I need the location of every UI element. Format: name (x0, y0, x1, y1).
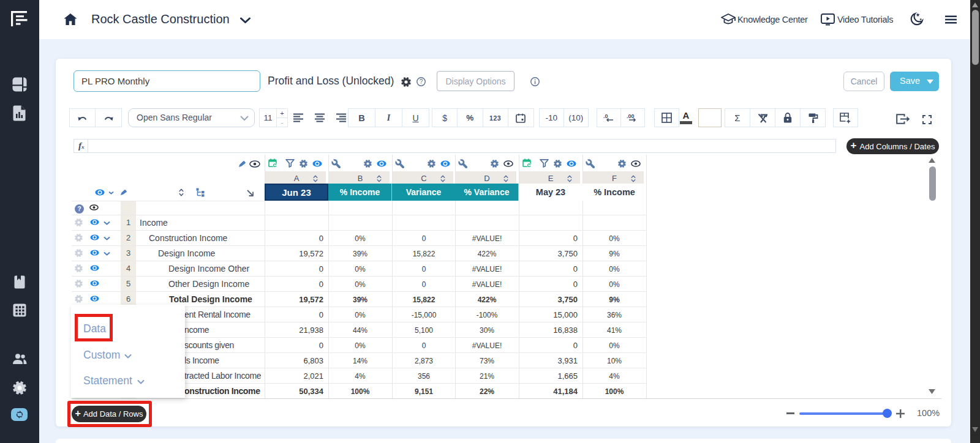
svg-text:.0: .0 (603, 113, 608, 119)
svg-text:.00: .00 (627, 113, 635, 119)
svg-text:?: ? (77, 206, 81, 212)
svg-text:?: ? (420, 78, 423, 85)
